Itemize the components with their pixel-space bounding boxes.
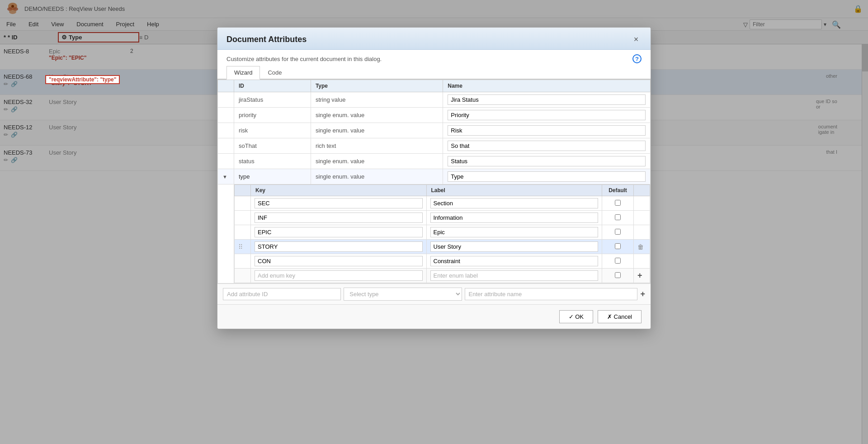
name-input-jirastatus[interactable] [448,94,646,105]
add-enum-label-input[interactable] [430,270,599,281]
name-input-priority[interactable] [448,110,646,120]
ok-button[interactable]: ✓ OK [559,310,593,323]
name-cell-sothat[interactable] [443,138,651,154]
expand-cell-risk[interactable] [218,123,234,138]
name-cell-status[interactable] [443,154,651,169]
label-input-epic[interactable] [430,227,599,237]
add-attr-type-select[interactable]: Select type string value rich text singl… [344,288,462,301]
default-checkbox-epic[interactable] [615,229,621,235]
name-cell-jirastatus[interactable] [443,92,651,108]
add-enum-row: + [235,269,650,283]
add-enum-checkbox[interactable] [615,272,621,278]
key-cell-inf[interactable] [251,211,427,225]
attributes-table: ID Type Name jiraStatus [217,80,651,283]
type-cell-jirastatus: string value [311,92,443,108]
label-cell-inf[interactable] [426,211,602,225]
dialog-subtitle: Customize attributes for the current doc… [217,50,651,66]
delete-cell-story[interactable]: 🗑 [634,240,650,254]
name-input-status[interactable] [448,156,646,166]
add-enum-add-cell[interactable]: + [634,269,650,283]
default-checkbox-inf[interactable] [615,214,621,220]
enum-delete-col [634,185,650,196]
key-cell-epic[interactable] [251,225,427,240]
drag-cell-inf [235,211,251,225]
tab-code[interactable]: Code [260,66,289,79]
attr-row-status: status single enum. value [218,154,651,169]
type-cell-status: single enum. value [311,154,443,169]
name-input-risk[interactable] [448,125,646,136]
attr-row-type: ▼ type single enum. value [218,169,651,184]
add-enum-default-cell[interactable] [602,269,634,283]
key-input-epic[interactable] [255,227,423,237]
cancel-button[interactable]: ✗ Cancel [598,310,642,323]
add-attr-name-input[interactable] [465,288,638,300]
enum-label-header: Label [426,185,602,196]
label-cell-epic[interactable] [426,225,602,240]
expand-cell-priority[interactable] [218,108,234,123]
label-cell-con[interactable] [426,254,602,269]
dialog-close-button[interactable]: × [631,34,642,45]
add-enum-label-cell[interactable] [426,269,602,283]
key-cell-con[interactable] [251,254,427,269]
default-cell-con[interactable] [602,254,634,269]
drag-cell-con [235,254,251,269]
drag-col-header [235,185,251,196]
default-cell-sec[interactable] [602,196,634,211]
key-input-sec[interactable] [255,198,423,208]
enum-row-epic [235,225,650,240]
default-checkbox-con[interactable] [615,258,621,264]
key-input-inf[interactable] [255,213,423,223]
add-attr-id-input[interactable] [223,288,341,300]
type-cell-type: single enum. value [311,169,443,184]
col-name-header: Name [443,80,651,92]
default-cell-epic[interactable] [602,225,634,240]
key-cell-sec[interactable] [251,196,427,211]
drag-cell-epic [235,225,251,240]
name-cell-risk[interactable] [443,123,651,138]
add-enum-key-input[interactable] [255,270,423,281]
tab-wizard[interactable]: Wizard [226,66,260,80]
label-input-inf[interactable] [430,213,599,223]
name-cell-type[interactable] [443,169,651,184]
add-attr-button[interactable]: + [640,289,645,299]
label-cell-story[interactable] [426,240,602,254]
key-input-con[interactable] [255,256,423,266]
label-input-story[interactable] [430,241,599,252]
enum-subtable-spacer [218,184,234,283]
enum-key-header: Key [251,185,427,196]
expand-cell-status[interactable] [218,154,234,169]
default-cell-story[interactable] [602,240,634,254]
default-checkbox-story[interactable] [615,243,621,249]
default-checkbox-sec[interactable] [615,200,621,206]
default-cell-inf[interactable] [602,211,634,225]
expand-cell-type[interactable]: ▼ [218,169,234,184]
attr-row-jirastatus: jiraStatus string value [218,92,651,108]
name-input-sothat[interactable] [448,141,646,151]
key-cell-story[interactable] [251,240,427,254]
delete-button-story[interactable]: 🗑 [637,243,644,250]
delete-cell-con [634,254,650,269]
expand-toggle-type[interactable]: ▼ [222,174,227,179]
name-input-type[interactable] [448,171,646,182]
key-input-story[interactable] [255,241,423,252]
dialog-subtitle-text: Customize attributes for the current doc… [226,56,382,62]
label-input-sec[interactable] [430,198,599,208]
dialog-body: ID Type Name jiraStatus [217,80,651,304]
add-enum-key-cell[interactable] [251,269,427,283]
name-cell-priority[interactable] [443,108,651,123]
label-cell-sec[interactable] [426,196,602,211]
expand-cell-sothat[interactable] [218,138,234,154]
enum-row-story: ⠿ [235,240,650,254]
add-enum-button[interactable]: + [637,271,642,280]
label-input-con[interactable] [430,256,599,266]
enum-subtable: Key Label Default [234,184,650,283]
enum-subtable-row: Key Label Default [218,184,651,283]
id-cell-risk: risk [234,123,311,138]
expand-cell-jirastatus[interactable] [218,92,234,108]
help-icon[interactable]: ? [632,54,642,63]
delete-cell-epic [634,225,650,240]
dialog-footer: ✓ OK ✗ Cancel [217,304,651,329]
dialog-title: Document Attributes [226,35,307,44]
drag-handle-story[interactable]: ⠿ [238,243,243,250]
drag-cell-story[interactable]: ⠿ [235,240,251,254]
